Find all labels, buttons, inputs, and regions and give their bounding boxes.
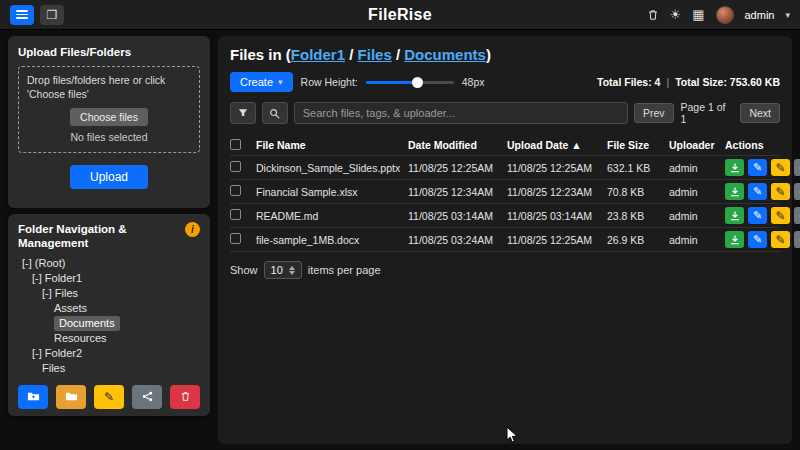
row-actions: ✎ ✎ bbox=[725, 183, 800, 200]
row-height-slider[interactable] bbox=[366, 77, 454, 87]
column-header-file-name[interactable]: File Name bbox=[256, 139, 404, 151]
share-button[interactable] bbox=[794, 231, 800, 248]
upload-card-title: Upload Files/Folders bbox=[18, 46, 200, 58]
rename-folder-button[interactable]: ✎ bbox=[94, 385, 124, 409]
search-input[interactable] bbox=[294, 102, 628, 124]
column-header-file-size[interactable]: File Size bbox=[607, 139, 665, 151]
tree-item-folder1[interactable]: [-] Folder1 bbox=[18, 271, 200, 286]
tree-item-folder2-files[interactable]: Files bbox=[18, 361, 200, 376]
row-checkbox[interactable] bbox=[230, 209, 241, 220]
pencil-icon: ✎ bbox=[753, 162, 762, 173]
upload-date: 11/08/25 12:25AM bbox=[507, 234, 603, 246]
info-icon[interactable]: i bbox=[185, 222, 200, 237]
row-checkbox[interactable] bbox=[230, 161, 241, 172]
edit-button[interactable]: ✎ bbox=[748, 183, 767, 200]
upload-date: 11/08/25 12:25AM bbox=[507, 162, 603, 174]
trash-view-button[interactable] bbox=[647, 9, 659, 21]
pencil-icon: ✎ bbox=[775, 162, 785, 174]
column-header-upload-date[interactable]: Upload Date ▲ bbox=[507, 139, 603, 151]
share-button[interactable] bbox=[794, 159, 800, 176]
tree-item-root[interactable]: [-] (Root) bbox=[18, 256, 200, 271]
file-size: 23.8 KB bbox=[607, 210, 665, 222]
totals-divider: | bbox=[666, 76, 669, 88]
slider-thumb[interactable] bbox=[412, 77, 423, 88]
date-modified: 11/08/25 03:24AM bbox=[408, 234, 503, 246]
share-folder-button[interactable] bbox=[132, 385, 162, 409]
rename-button[interactable]: ✎ bbox=[771, 231, 790, 248]
filter-button[interactable] bbox=[230, 102, 256, 124]
download-button[interactable] bbox=[725, 207, 744, 224]
share-button[interactable] bbox=[794, 183, 800, 200]
tree-item-folder2[interactable]: [-] Folder2 bbox=[18, 346, 200, 361]
create-button[interactable]: Create ▾ bbox=[230, 72, 293, 92]
uploader: admin bbox=[669, 186, 721, 198]
table-row[interactable]: Financial Sample.xlsx 11/08/25 12:34AM 1… bbox=[230, 180, 780, 204]
tree-item-files[interactable]: [-] Files bbox=[18, 286, 200, 301]
theme-toggle-button[interactable]: ☀ bbox=[670, 8, 682, 21]
column-header-date-modified[interactable]: Date Modified bbox=[408, 139, 503, 151]
download-icon bbox=[730, 211, 740, 221]
create-folder-button[interactable] bbox=[18, 385, 48, 409]
download-icon bbox=[730, 187, 740, 197]
search-button[interactable] bbox=[262, 102, 288, 124]
table-row[interactable]: README.md 11/08/25 03:14AM 11/08/25 03:1… bbox=[230, 204, 780, 228]
top-bar-right: ☀ ▦ admin ▾ bbox=[647, 6, 790, 24]
row-actions: ✎ ✎ bbox=[725, 159, 800, 176]
file-dropzone[interactable]: Drop files/folders here or click 'Choose… bbox=[18, 66, 200, 153]
date-modified: 11/08/25 12:34AM bbox=[408, 186, 503, 198]
breadcrumb-files-link[interactable]: Files bbox=[358, 46, 392, 63]
column-header-uploader[interactable]: Uploader bbox=[669, 139, 721, 151]
download-button[interactable] bbox=[725, 183, 744, 200]
tree-item-documents[interactable]: Documents bbox=[18, 316, 200, 331]
trash-icon bbox=[180, 391, 191, 402]
choose-files-button[interactable]: Choose files bbox=[70, 108, 148, 126]
edit-button[interactable]: ✎ bbox=[748, 207, 767, 224]
panel-icon: ❐ bbox=[47, 9, 58, 21]
select-all-checkbox[interactable] bbox=[230, 139, 241, 150]
file-size: 632.1 KB bbox=[607, 162, 665, 174]
column-header-actions: Actions bbox=[725, 139, 780, 151]
row-height-label: Row Height: bbox=[301, 76, 358, 88]
tree-item-resources[interactable]: Resources bbox=[18, 331, 200, 346]
breadcrumb-separator: / bbox=[392, 46, 405, 63]
breadcrumb-separator: / bbox=[345, 46, 358, 63]
breadcrumb-folder1-link[interactable]: Folder1 bbox=[291, 46, 345, 63]
rename-button[interactable]: ✎ bbox=[771, 159, 790, 176]
table-row[interactable]: Dickinson_Sample_Slides.pptx 11/08/25 12… bbox=[230, 156, 780, 180]
file-name[interactable]: Financial Sample.xlsx bbox=[256, 186, 404, 198]
user-avatar[interactable] bbox=[716, 6, 734, 24]
move-folder-button[interactable] bbox=[56, 385, 86, 409]
share-button[interactable] bbox=[794, 207, 800, 224]
menu-button[interactable] bbox=[10, 5, 34, 25]
delete-folder-button[interactable] bbox=[170, 385, 200, 409]
username-label[interactable]: admin bbox=[745, 9, 775, 21]
row-checkbox[interactable] bbox=[230, 233, 241, 244]
pencil-icon: ✎ bbox=[775, 234, 785, 246]
upload-date: 11/08/25 12:23AM bbox=[507, 186, 603, 198]
rename-button[interactable]: ✎ bbox=[771, 207, 790, 224]
edit-button[interactable]: ✎ bbox=[748, 159, 767, 176]
table-row[interactable]: file-sample_1MB.docx 11/08/25 03:24AM 11… bbox=[230, 228, 780, 252]
sidebar-toggle-button[interactable]: ❐ bbox=[40, 5, 64, 25]
prev-page-button[interactable]: Prev bbox=[634, 103, 674, 123]
dropzone-text: Drop files/folders here or click 'Choose… bbox=[27, 74, 165, 100]
upload-button[interactable]: Upload bbox=[70, 165, 148, 189]
uploader: admin bbox=[669, 162, 721, 174]
top-bar-left: ❐ bbox=[10, 5, 64, 25]
next-page-button[interactable]: Next bbox=[740, 103, 780, 123]
download-button[interactable] bbox=[725, 231, 744, 248]
no-files-label: No files selected bbox=[27, 131, 191, 145]
breadcrumb-documents-link[interactable]: Documents bbox=[404, 46, 486, 63]
user-menu-caret-icon[interactable]: ▾ bbox=[785, 10, 790, 20]
apps-grid-button[interactable]: ▦ bbox=[692, 8, 704, 21]
rename-button[interactable]: ✎ bbox=[771, 183, 790, 200]
row-checkbox[interactable] bbox=[230, 185, 241, 196]
file-name[interactable]: README.md bbox=[256, 210, 404, 222]
download-button[interactable] bbox=[725, 159, 744, 176]
title-suffix: ) bbox=[486, 46, 491, 63]
file-name[interactable]: Dickinson_Sample_Slides.pptx bbox=[256, 162, 404, 174]
edit-button[interactable]: ✎ bbox=[748, 231, 767, 248]
items-per-page-select[interactable]: 10 bbox=[264, 261, 302, 279]
tree-item-assets[interactable]: Assets bbox=[18, 301, 200, 316]
file-name[interactable]: file-sample_1MB.docx bbox=[256, 234, 404, 246]
